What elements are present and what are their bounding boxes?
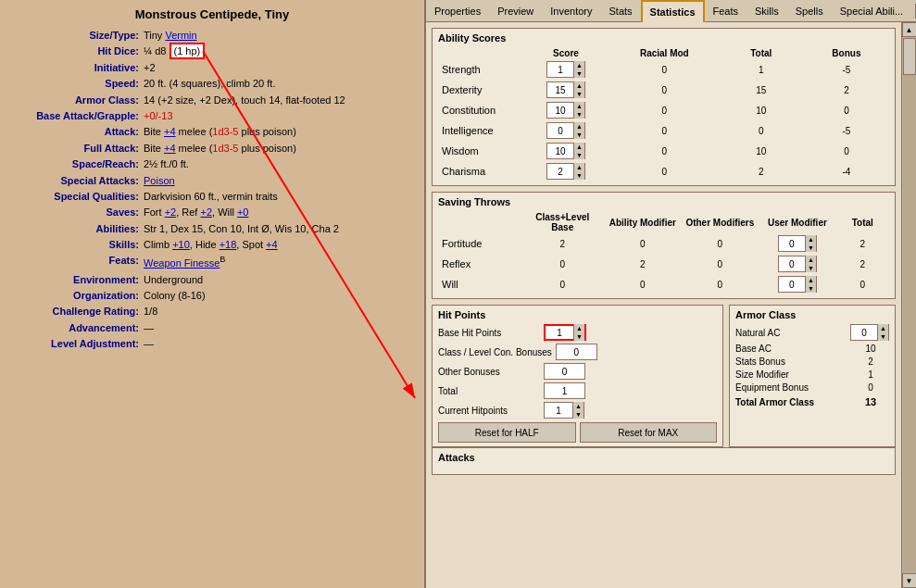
tab-skills[interactable]: Skills bbox=[747, 0, 787, 21]
stats-bonus-row: Stats Bonus 2 bbox=[735, 357, 889, 367]
base-hp-row: Base Hit Points ▲ ▼ bbox=[438, 324, 717, 341]
save-user-input[interactable] bbox=[779, 239, 805, 249]
ability-score-cell: ▲▼ bbox=[521, 59, 610, 80]
tab-inventory[interactable]: Inventory bbox=[542, 0, 600, 21]
ability-racial-cell: 0 bbox=[610, 161, 719, 181]
reset-half-button[interactable]: Reset for HALF bbox=[438, 422, 576, 443]
ability-score-input[interactable] bbox=[547, 146, 573, 156]
save-user-input[interactable] bbox=[779, 259, 805, 269]
ability-scores-section: Ability Scores Score Racial Mod Total Bo… bbox=[432, 28, 896, 186]
current-hp-up[interactable]: ▲ bbox=[572, 402, 583, 410]
base-hp-up[interactable]: ▲ bbox=[573, 324, 584, 332]
ability-total-value: 10 bbox=[743, 106, 780, 116]
vermin-link[interactable]: Vermin bbox=[165, 30, 196, 41]
save-ability-cell: 2 bbox=[604, 254, 682, 274]
ability-score-input[interactable] bbox=[547, 106, 573, 116]
tab-properties[interactable]: Properties bbox=[426, 0, 489, 21]
ability-score-input[interactable] bbox=[547, 167, 573, 177]
base-hp-down[interactable]: ▼ bbox=[573, 332, 584, 341]
total-ac-label: Total Armor Class bbox=[735, 397, 852, 407]
base-hp-input-group: ▲ ▼ bbox=[544, 324, 586, 341]
saving-throws-table: Class+Level Base Ability Modifier Other … bbox=[438, 211, 889, 294]
current-hp-input-group: ▲ ▼ bbox=[544, 402, 584, 419]
saves-row: Saves: Fort +2, Ref +2, Will +0 bbox=[9, 206, 415, 219]
save-other-value: 0 bbox=[701, 280, 738, 290]
tab-spells[interactable]: Spells bbox=[787, 0, 832, 21]
save-name: Will bbox=[438, 274, 521, 294]
save-name: Fortitude bbox=[438, 233, 521, 254]
full-attack-label: Full Attack: bbox=[9, 142, 144, 156]
equipment-bonus-value: 0 bbox=[852, 382, 889, 393]
content-area: Ability Scores Score Racial Mod Total Bo… bbox=[426, 22, 901, 588]
ability-name: Intelligence bbox=[438, 120, 521, 141]
save-total-value: 2 bbox=[844, 239, 881, 249]
other-bonuses-input[interactable] bbox=[544, 363, 585, 380]
current-hp-input[interactable] bbox=[545, 406, 572, 416]
cr-value: 1/8 bbox=[144, 305, 415, 319]
ability-score-cell: ▲▼ bbox=[521, 80, 610, 100]
scroll-track bbox=[903, 38, 916, 572]
class-level-input[interactable] bbox=[556, 344, 597, 360]
total-hp-row: Total bbox=[438, 382, 717, 399]
ability-score-input[interactable] bbox=[547, 126, 573, 136]
natural-ac-down[interactable]: ▼ bbox=[877, 332, 888, 341]
reset-max-button[interactable]: Reset for MAX bbox=[580, 422, 718, 443]
ability-bonus-value: 0 bbox=[828, 146, 865, 156]
ability-bonus-value: 0 bbox=[828, 106, 865, 116]
ability-row: Dexterity▲▼0152 bbox=[438, 80, 889, 100]
ability-scores-title: Ability Scores bbox=[438, 32, 889, 44]
save-ability-value: 2 bbox=[624, 259, 661, 269]
scroll-down-button[interactable]: ▼ bbox=[902, 573, 917, 588]
hp-buttons: Reset for HALF Reset for MAX bbox=[438, 422, 717, 443]
save-total-cell: 0 bbox=[836, 274, 889, 294]
tab-feats[interactable]: Feats bbox=[705, 0, 747, 21]
col-header-racial: Racial Mod bbox=[610, 47, 719, 59]
tab-nav: ◄ ► ✕ bbox=[911, 0, 916, 21]
tab-statistics[interactable]: Statistics bbox=[641, 0, 705, 22]
st-col-class: Class+Level Base bbox=[521, 211, 605, 233]
ability-score-input[interactable] bbox=[547, 85, 573, 95]
tab-stats[interactable]: Stats bbox=[601, 0, 641, 21]
current-hp-down[interactable]: ▼ bbox=[572, 410, 583, 419]
current-hp-label: Current Hitpoints bbox=[438, 406, 540, 416]
save-class-base-value: 0 bbox=[544, 280, 581, 290]
save-user-input[interactable] bbox=[779, 280, 805, 290]
save-user-cell: ▲▼ bbox=[759, 254, 836, 274]
initiative-label: Initiative: bbox=[9, 61, 144, 75]
speed-row: Speed: 20 ft. (4 squares), climb 20 ft. bbox=[9, 77, 415, 91]
cr-row: Challenge Rating: 1/8 bbox=[9, 305, 415, 319]
advancement-row: Advancement: — bbox=[9, 321, 415, 335]
scroll-up-button[interactable]: ▲ bbox=[902, 22, 917, 37]
total-hp-label: Total bbox=[438, 386, 540, 396]
ability-row: Strength▲▼01-5 bbox=[438, 59, 889, 80]
size-modifier-label: Size Modifier bbox=[735, 369, 852, 380]
feats-value: Weapon FinesseB bbox=[144, 254, 415, 270]
ability-score-input[interactable] bbox=[547, 65, 573, 75]
tab-preview[interactable]: Preview bbox=[489, 0, 542, 21]
ability-racial-cell: 0 bbox=[610, 100, 719, 120]
save-class-base-cell: 0 bbox=[521, 254, 605, 274]
base-hp-input[interactable] bbox=[546, 328, 573, 338]
abilities-row: Abilities: Str 1, Dex 15, Con 10, Int Ø,… bbox=[9, 222, 415, 236]
organization-label: Organization: bbox=[9, 289, 144, 303]
natural-ac-input-group: ▲ ▼ bbox=[850, 324, 889, 341]
scroll-thumb[interactable] bbox=[903, 38, 916, 75]
ability-total-cell: 15 bbox=[719, 80, 804, 100]
ability-score-input-group: ▲▼ bbox=[546, 102, 585, 119]
saving-row: Fortitude200▲▼2 bbox=[438, 233, 889, 254]
save-class-base-value: 0 bbox=[544, 259, 581, 269]
total-hp-input[interactable] bbox=[544, 382, 585, 399]
ability-racial-value: 0 bbox=[646, 85, 683, 95]
save-class-base-value: 2 bbox=[544, 239, 581, 249]
st-col-name bbox=[438, 211, 521, 233]
ability-row: Charisma▲▼02-4 bbox=[438, 161, 889, 181]
tab-special-abilities[interactable]: Special Abili... bbox=[832, 0, 911, 21]
natural-ac-up[interactable]: ▲ bbox=[877, 324, 888, 332]
save-total-value: 0 bbox=[844, 280, 881, 290]
save-other-cell: 0 bbox=[682, 254, 759, 274]
ability-racial-cell: 0 bbox=[610, 141, 719, 161]
ability-racial-value: 0 bbox=[646, 126, 683, 136]
ability-total-cell: 10 bbox=[719, 100, 804, 120]
natural-ac-input[interactable] bbox=[851, 328, 877, 338]
ability-racial-value: 0 bbox=[646, 65, 683, 75]
